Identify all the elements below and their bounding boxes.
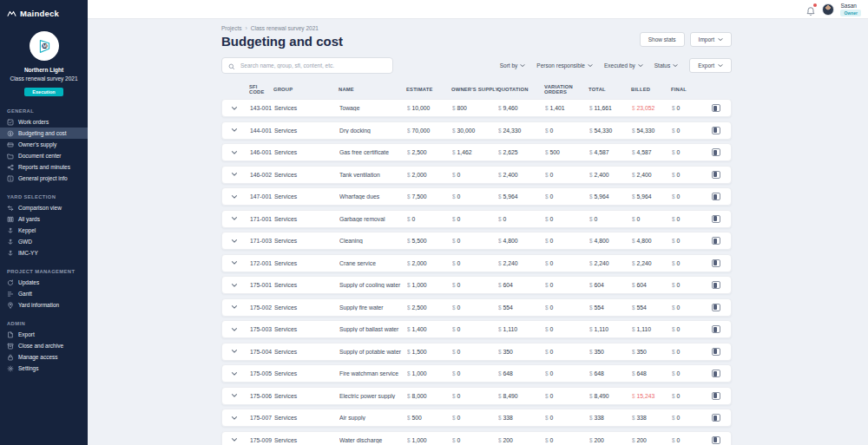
export-button[interactable]: Export bbox=[689, 58, 732, 73]
quotation-value: $5,964 bbox=[498, 193, 545, 200]
notifications-bell-icon[interactable] bbox=[806, 4, 816, 15]
user-avatar[interactable] bbox=[822, 3, 834, 16]
open-side-panel-icon[interactable] bbox=[712, 325, 720, 333]
row-expand-chevron-icon[interactable] bbox=[229, 236, 240, 246]
sidebar-item-keppel[interactable]: Keppel bbox=[0, 225, 88, 236]
sidebar-item-updates[interactable]: Updates bbox=[0, 277, 88, 288]
sidebar-item-yard-information[interactable]: Yard information bbox=[0, 299, 88, 311]
import-button[interactable]: Import bbox=[690, 32, 732, 47]
row-expand-chevron-icon[interactable] bbox=[229, 435, 240, 445]
sidebar-item-work-orders[interactable]: Work orders bbox=[0, 116, 88, 128]
open-side-panel-icon[interactable] bbox=[712, 281, 720, 289]
table-row[interactable]: 175-007ServicesAir supply$500$0$338$0$33… bbox=[221, 409, 732, 427]
open-side-panel-icon[interactable] bbox=[712, 104, 720, 112]
open-side-panel-icon[interactable] bbox=[712, 348, 720, 356]
final-value: $0 bbox=[672, 326, 707, 332]
user-meta[interactable]: Sasan Owner bbox=[840, 3, 861, 16]
open-side-panel-icon[interactable] bbox=[712, 171, 720, 179]
currency-symbol: $ bbox=[452, 304, 456, 311]
table-row[interactable]: 147-001ServicesWharfage dues$7,500$0$5,9… bbox=[221, 187, 732, 206]
sidebar-item-gantt[interactable]: Gantt bbox=[0, 288, 88, 299]
row-expand-chevron-icon[interactable] bbox=[229, 390, 240, 401]
row-expand-chevron-icon[interactable] bbox=[229, 302, 240, 312]
table-row[interactable]: 175-006ServicesElectric power supply$8,0… bbox=[221, 387, 732, 405]
sidebar-item-imc-yy[interactable]: IMC-YY bbox=[0, 247, 88, 258]
open-side-panel-icon[interactable] bbox=[712, 392, 720, 400]
sidebar-item-export[interactable]: Export bbox=[0, 329, 88, 340]
open-side-panel-icon[interactable] bbox=[712, 215, 720, 223]
currency-symbol: $ bbox=[545, 304, 549, 311]
final-value: $0 bbox=[672, 105, 707, 111]
table-row[interactable]: 146-002ServicesTank ventilation$2,000$0$… bbox=[221, 166, 732, 184]
search-box[interactable] bbox=[221, 57, 393, 74]
row-expand-chevron-icon[interactable] bbox=[229, 346, 240, 357]
sidebar-item-all-yards[interactable]: All yards bbox=[0, 213, 88, 225]
open-side-panel-icon[interactable] bbox=[712, 370, 720, 377]
open-side-panel-icon[interactable] bbox=[712, 259, 720, 267]
estimate-value: $70,000 bbox=[407, 128, 452, 134]
row-expand-chevron-icon[interactable] bbox=[229, 413, 240, 423]
table-row[interactable]: 172-001ServicesCrane service$2,000$0$2,2… bbox=[221, 254, 732, 272]
person-responsible-filter[interactable]: Person responsible bbox=[536, 62, 593, 69]
sidebar-item-reports-and-minutes[interactable]: Reports and minutes bbox=[0, 161, 88, 173]
variation-orders-value: $1,401 bbox=[545, 105, 589, 111]
row-expand-chevron-icon[interactable] bbox=[229, 169, 240, 180]
currency-symbol: $ bbox=[498, 172, 502, 178]
sidebar-item-gwd[interactable]: GWD bbox=[0, 236, 88, 247]
quotation-value: $4,800 bbox=[498, 238, 545, 244]
row-expand-chevron-icon[interactable] bbox=[229, 103, 240, 114]
sidebar-item-general-project-info[interactable]: General project info bbox=[0, 173, 88, 184]
open-side-panel-icon[interactable] bbox=[712, 237, 720, 245]
table-row[interactable]: 143-001ServicesTowage$10,000$800$9,460$1… bbox=[221, 99, 732, 117]
sidebar-item-budgeting-and-cost[interactable]: Budgeting and cost bbox=[0, 128, 88, 139]
item-name: Supply fire water bbox=[339, 304, 407, 311]
search-input[interactable] bbox=[240, 62, 386, 69]
executed-by-filter[interactable]: Executed by bbox=[604, 62, 643, 69]
status-filter[interactable]: Status bbox=[654, 62, 678, 69]
table-row[interactable]: 175-009ServicesWater discharge$1,000$0$2… bbox=[221, 431, 732, 445]
open-side-panel-icon[interactable] bbox=[712, 148, 720, 156]
maindeck-logo-icon bbox=[7, 5, 16, 21]
open-side-panel-icon[interactable] bbox=[712, 436, 720, 444]
row-expand-chevron-icon[interactable] bbox=[229, 147, 240, 158]
currency-symbol: $ bbox=[498, 304, 502, 311]
table-row[interactable]: 146-001ServicesGas free certificate$2,50… bbox=[221, 143, 732, 161]
open-side-panel-icon[interactable] bbox=[712, 127, 720, 134]
sidebar-item-comparison-view[interactable]: Comparison view bbox=[0, 202, 88, 213]
open-side-panel-icon[interactable] bbox=[712, 193, 720, 200]
table-row[interactable]: 171-001ServicesGarbage removal$0$0$0$0$0… bbox=[221, 210, 732, 228]
row-expand-chevron-icon[interactable] bbox=[229, 369, 240, 379]
open-side-panel-icon[interactable] bbox=[712, 414, 720, 422]
sidebar-item-settings[interactable]: Settings bbox=[0, 363, 88, 374]
show-stats-button[interactable]: Show stats bbox=[640, 32, 685, 47]
table-row[interactable]: 144-001ServicesDry docking$70,000$30,000… bbox=[221, 121, 732, 140]
row-expand-chevron-icon[interactable] bbox=[229, 324, 240, 335]
sort-by-filter[interactable]: Sort by bbox=[500, 62, 526, 69]
currency-symbol: $ bbox=[545, 393, 549, 399]
open-side-panel-icon[interactable] bbox=[712, 304, 720, 311]
row-expand-chevron-icon[interactable] bbox=[229, 280, 240, 291]
row-expand-chevron-icon[interactable] bbox=[229, 125, 240, 135]
table-row[interactable]: 175-005ServicesFire watchman service$1,0… bbox=[221, 364, 732, 383]
row-expand-chevron-icon[interactable] bbox=[229, 213, 240, 224]
table-row[interactable]: 175-003ServicesSupply of ballast water$1… bbox=[221, 320, 732, 338]
estimate-value: $1,400 bbox=[407, 326, 452, 332]
sidebar-item-manage-access[interactable]: Manage access bbox=[0, 351, 88, 363]
sidebar-item-owner-s-supply[interactable]: Owner's supply bbox=[0, 139, 88, 150]
row-expand-chevron-icon[interactable] bbox=[229, 192, 240, 202]
currency-symbol: $ bbox=[589, 326, 593, 332]
currency-symbol: $ bbox=[589, 260, 593, 266]
table-row[interactable]: 175-001ServicesSupply of cooling water$1… bbox=[221, 276, 732, 294]
row-expand-chevron-icon[interactable] bbox=[229, 258, 240, 268]
sidebar-item-label: Settings bbox=[18, 365, 39, 372]
sidebar-item-close-and-archive[interactable]: Close and archive bbox=[0, 340, 88, 351]
breadcrumb-projects[interactable]: Projects bbox=[221, 25, 241, 31]
brand[interactable]: Maindeck bbox=[0, 0, 88, 24]
table-row[interactable]: 171-003ServicesCleaning$5,500$0$4,800$0$… bbox=[221, 232, 732, 250]
table-row[interactable]: 175-004ServicesSupply of potable water$1… bbox=[221, 343, 732, 361]
group: Services bbox=[274, 172, 339, 178]
currency-symbol: $ bbox=[498, 282, 502, 288]
table-row[interactable]: 175-002ServicesSupply fire water$2,500$0… bbox=[221, 298, 732, 317]
currency-symbol: $ bbox=[498, 193, 502, 200]
sidebar-item-document-center[interactable]: Document center bbox=[0, 150, 88, 161]
